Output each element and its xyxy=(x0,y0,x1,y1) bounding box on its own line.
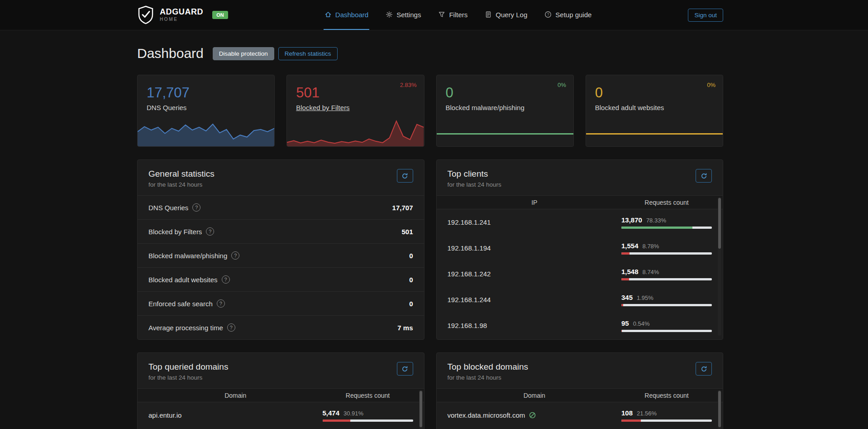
dns-queries-value: 17,707 xyxy=(147,85,274,101)
blocked-by-filters-percent: 2.83% xyxy=(400,82,417,88)
top-clients-card: Top clients for the last 24 hours IP Req… xyxy=(436,159,724,340)
nav-label-setup-guide: Setup guide xyxy=(555,11,591,19)
help-icon[interactable]: ? xyxy=(206,227,214,236)
client-ip-link[interactable]: 192.168.1.98 xyxy=(448,322,487,329)
nav-item-setup-guide[interactable]: ? Setup guide xyxy=(544,0,592,30)
help-icon[interactable]: ? xyxy=(217,299,225,308)
stat-row-label: Blocked adult websites xyxy=(148,276,218,284)
stat-row-value: 17,707 xyxy=(392,204,413,212)
top-blocked-subtitle: for the last 24 hours xyxy=(448,374,712,381)
domain-link[interactable]: vortex.data.microsoft.com xyxy=(448,411,525,419)
top-blocked-title: Top blocked domains xyxy=(448,362,712,372)
request-count: 95 xyxy=(621,319,629,327)
client-ip-link[interactable]: 192.168.1.241 xyxy=(448,218,491,226)
top-blocked-table-header: Domain Requests count xyxy=(437,388,723,402)
table-row: 192.168.1.241 13,87078.33% xyxy=(437,209,723,235)
dns-queries-card: 17,707 DNS Queries xyxy=(137,75,275,147)
stat-row-value: 0 xyxy=(409,252,413,260)
disable-protection-button[interactable]: Disable protection xyxy=(213,47,274,60)
refresh-icon xyxy=(701,173,707,179)
help-icon[interactable]: ? xyxy=(231,251,239,260)
request-count: 1,554 xyxy=(621,242,639,250)
top-clients-header: Top clients for the last 24 hours xyxy=(437,160,723,195)
top-blocked-refresh-button[interactable] xyxy=(696,362,712,376)
help-icon[interactable]: ? xyxy=(192,203,200,212)
progress-bar-fill xyxy=(621,252,630,255)
progress-bar xyxy=(323,419,413,422)
nav-item-query-log[interactable]: Query Log xyxy=(484,0,528,30)
page-title: Dashboard xyxy=(137,46,204,61)
blocked-malware-value: 0 xyxy=(446,85,573,101)
stat-row-value: 7 ms xyxy=(397,324,413,332)
stat-row-processing-time: Average processing time? 7 ms xyxy=(138,315,424,339)
nav-item-dashboard[interactable]: Dashboard xyxy=(324,0,369,30)
client-ip-link[interactable]: 192.168.1.194 xyxy=(448,244,491,252)
top-clients-subtitle: for the last 24 hours xyxy=(448,181,712,188)
domain-link[interactable]: api.entur.io xyxy=(148,411,181,419)
blocked-adult-label: Blocked adult websites xyxy=(595,104,714,111)
general-statistics-subtitle: for the last 24 hours xyxy=(148,181,413,188)
blocked-adult-chart-line xyxy=(586,133,723,135)
tracker-icon[interactable] xyxy=(529,411,536,419)
dns-queries-label: DNS Queries xyxy=(147,104,265,111)
stat-row-label: Average processing time xyxy=(148,324,223,332)
help-icon[interactable]: ? xyxy=(227,323,235,332)
progress-bar xyxy=(621,330,712,332)
refresh-statistics-button[interactable]: Refresh statistics xyxy=(278,47,338,60)
top-queried-subtitle: for the last 24 hours xyxy=(148,374,413,381)
nav-label-settings: Settings xyxy=(396,11,421,19)
navbar: ADGUARD HOME ON Dashboard Settings xyxy=(0,0,868,30)
client-ip-link[interactable]: 192.168.1.242 xyxy=(448,270,491,278)
stat-row-value: 0 xyxy=(409,300,413,308)
scrollbar-thumb[interactable] xyxy=(718,391,721,427)
svg-text:?: ? xyxy=(547,12,549,17)
general-statistics-refresh-button[interactable] xyxy=(397,169,413,183)
document-icon xyxy=(485,11,492,18)
progress-bar-fill xyxy=(323,419,351,422)
sign-out-button[interactable]: Sign out xyxy=(688,9,723,22)
progress-bar xyxy=(621,419,712,422)
top-clients-refresh-button[interactable] xyxy=(696,169,712,183)
scrollbar-track[interactable] xyxy=(718,197,721,336)
general-statistics-header: General statistics for the last 24 hours xyxy=(138,160,424,195)
stat-row-blocked-adult: Blocked adult websites? 0 xyxy=(138,267,424,291)
column-header-requests: Requests count xyxy=(323,392,413,399)
scrollbar-thumb[interactable] xyxy=(718,198,721,249)
request-count: 108 xyxy=(621,409,633,417)
blocked-by-filters-card: 2.83% 501 Blocked by Filters xyxy=(286,75,424,147)
brand-name: ADGUARD xyxy=(160,8,203,16)
top-queried-table-header: Domain Requests count xyxy=(138,388,424,402)
client-ip-link[interactable]: 192.168.1.244 xyxy=(448,296,491,304)
scrollbar-thumb[interactable] xyxy=(420,391,422,427)
adguard-home-logo[interactable]: ADGUARD HOME ON xyxy=(137,5,228,24)
table-row: api.entur.io 5,47430.91% xyxy=(138,402,424,428)
stat-row-value: 0 xyxy=(409,276,413,284)
refresh-icon xyxy=(401,173,408,179)
scrollbar-track[interactable] xyxy=(718,390,721,429)
scrollbar-track[interactable] xyxy=(419,390,423,429)
stat-row-label: Enforced safe search xyxy=(148,300,213,308)
column-header-domain: Domain xyxy=(448,392,622,399)
blocked-by-filters-link[interactable]: Blocked by Filters xyxy=(296,104,349,111)
table-row: 192.168.1.194 1,5548.78% xyxy=(437,235,723,261)
top-queried-refresh-button[interactable] xyxy=(397,362,413,376)
help-icon[interactable]: ? xyxy=(222,275,230,284)
stat-row-label: Blocked malware/phishing xyxy=(148,252,227,260)
nav-item-settings[interactable]: Settings xyxy=(385,0,422,30)
table-row: 192.168.1.242 1,5488.74% xyxy=(437,261,723,287)
gear-icon xyxy=(386,11,393,18)
blocked-malware-percent: 0% xyxy=(558,82,566,88)
stat-row-dns-queries: DNS Queries? 17,707 xyxy=(138,195,424,219)
blocked-malware-chart-line xyxy=(437,133,573,135)
request-count: 5,474 xyxy=(323,409,340,417)
nav-label-dashboard: Dashboard xyxy=(335,11,368,19)
nav-item-filters[interactable]: Filters xyxy=(437,0,468,30)
nav-label-query-log: Query Log xyxy=(496,11,527,19)
request-count: 13,870 xyxy=(621,216,642,224)
top-clients-title: Top clients xyxy=(448,169,712,179)
general-statistics-title: General statistics xyxy=(148,169,413,179)
main-content: Dashboard Disable protection Refresh sta… xyxy=(137,46,723,429)
request-percent: 1.95% xyxy=(637,294,653,301)
table-row: 192.168.1.244 3451.95% xyxy=(437,287,723,313)
blocked-adult-value: 0 xyxy=(595,85,723,101)
